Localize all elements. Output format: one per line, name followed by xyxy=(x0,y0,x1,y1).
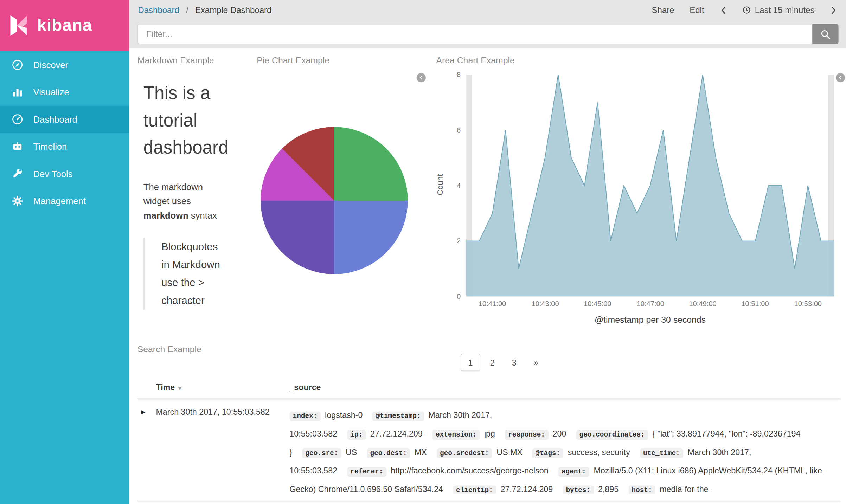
table-header: Time▾ _source xyxy=(137,375,841,399)
top-navbar: Dashboard / Example Dashboard Share Edit… xyxy=(129,0,846,20)
area-chart-plot[interactable] xyxy=(466,75,834,296)
sidebar-item-visualize[interactable]: Visualize xyxy=(0,78,129,106)
field-value: MX xyxy=(415,447,427,457)
compass-icon xyxy=(12,59,24,71)
share-button[interactable]: Share xyxy=(652,5,674,15)
search-panel-title: Search Example xyxy=(137,344,201,354)
sidebar-item-label: Timelion xyxy=(33,141,67,151)
field-key: agent: xyxy=(558,467,589,477)
chevron-left-icon xyxy=(720,6,726,14)
field-key: referer: xyxy=(347,467,386,477)
field-key: bytes: xyxy=(563,485,594,493)
table-row[interactable]: ▶March 30th 2017, 10:55:03.582index:logs… xyxy=(137,400,841,502)
filter-bar xyxy=(129,20,846,48)
markdown-panel-title: Markdown Example xyxy=(137,56,214,65)
field-key: extension: xyxy=(432,430,480,440)
search-button[interactable] xyxy=(812,24,838,44)
y-tick-label: 0 xyxy=(443,292,461,300)
markdown-blockquote: Blockquotes in Markdown use the > charac… xyxy=(143,238,224,310)
field-value: US xyxy=(346,447,357,457)
field-key: clientip: xyxy=(453,485,496,493)
kibana-logo[interactable]: kibana xyxy=(0,0,129,51)
filter-input[interactable] xyxy=(137,24,813,44)
time-forward-button[interactable] xyxy=(830,5,838,15)
page-2-button[interactable]: 2 xyxy=(482,354,502,371)
field-key: @timestamp: xyxy=(372,412,424,421)
field-key: @tags: xyxy=(532,448,563,458)
field-value: success, security xyxy=(568,447,630,457)
field-key: index: xyxy=(289,412,320,421)
source-column-header: _source xyxy=(289,382,321,392)
main-area: Dashboard / Example Dashboard Share Edit… xyxy=(129,0,846,48)
pagination: 123» xyxy=(461,354,546,371)
time-back-button[interactable] xyxy=(719,5,727,15)
x-tick-label: 10:51:00 xyxy=(736,300,774,308)
gauge-icon xyxy=(12,114,24,125)
timepicker-button[interactable]: Last 15 minutes xyxy=(742,5,814,15)
row-source: index:logstash-0@timestamp:March 30th 20… xyxy=(289,407,841,494)
edit-button[interactable]: Edit xyxy=(690,5,704,15)
table-row[interactable]: ▶March 30th 2017, 10:55:01.480index:logs… xyxy=(137,501,841,504)
pie-collapse-button[interactable] xyxy=(417,73,426,82)
field-key: geo.dest: xyxy=(367,448,410,458)
x-tick-label: 10:53:00 xyxy=(789,300,827,308)
robot-icon xyxy=(12,141,24,153)
sidebar-item-management[interactable]: Management xyxy=(0,187,129,215)
sidebar-item-dev-tools[interactable]: Dev Tools xyxy=(0,160,129,188)
x-axis-label: @timestamp per 30 seconds xyxy=(466,315,834,325)
page-title: Example Dashboard xyxy=(195,5,272,14)
dashboard-content: Markdown Example Pie Chart Example Area … xyxy=(129,48,846,504)
bar-chart-icon xyxy=(12,86,24,98)
area-chart-svg xyxy=(466,75,834,296)
top-actions: Share Edit Last 15 minutes xyxy=(652,5,838,15)
time-range-label: Last 15 minutes xyxy=(755,5,815,15)
kibana-logo-text: kibana xyxy=(37,16,92,35)
field-key: utc_time: xyxy=(640,448,683,458)
search-icon xyxy=(820,28,831,39)
collapse-chevron-icon xyxy=(419,75,424,80)
sidebar-item-timelion[interactable]: Timelion xyxy=(0,133,129,160)
x-tick-label: 10:49:00 xyxy=(684,300,722,308)
y-tick-label: 4 xyxy=(443,181,461,189)
breadcrumb-dashboard-link[interactable]: Dashboard xyxy=(138,5,179,14)
x-tick-label: 10:41:00 xyxy=(473,300,512,308)
field-key: geo.srcdest: xyxy=(437,448,492,458)
next-page-button[interactable]: » xyxy=(526,354,546,371)
sidebar-item-label: Visualize xyxy=(33,87,69,97)
markdown-paragraph: The markdown widget uses markdown syntax xyxy=(143,180,226,222)
field-value: 27.72.124.209 xyxy=(370,429,423,438)
field-value: http://facebook.com/success/george-nelso… xyxy=(391,466,549,475)
area-collapse-button[interactable] xyxy=(836,73,845,82)
field-value: US:MX xyxy=(496,447,523,457)
x-tick-label: 10:47:00 xyxy=(631,300,669,308)
time-column-header[interactable]: Time▾ xyxy=(156,382,289,392)
kibana-app: kibana DiscoverVisualizeDashboardTimelio… xyxy=(0,0,846,504)
field-key: host: xyxy=(628,485,655,493)
breadcrumb: Dashboard / Example Dashboard xyxy=(138,5,271,15)
pie-chart[interactable] xyxy=(261,127,408,274)
sidebar-item-label: Dashboard xyxy=(33,114,77,124)
expand-row-button[interactable]: ▶ xyxy=(137,407,156,494)
sidebar-item-label: Dev Tools xyxy=(33,169,73,179)
field-key: geo.src: xyxy=(302,448,341,458)
field-key: geo.coordinates: xyxy=(576,430,648,440)
field-value: logstash-0 xyxy=(325,411,363,420)
kibana-logo-icon xyxy=(6,13,31,38)
field-key: ip: xyxy=(347,430,366,440)
y-tick-label: 8 xyxy=(443,70,461,78)
wrench-icon xyxy=(12,168,24,180)
sidebar-item-label: Discover xyxy=(33,60,69,70)
markdown-heading: This is a tutorial dashboard xyxy=(143,79,255,161)
y-tick-label: 6 xyxy=(443,126,461,134)
field-value: 200 xyxy=(553,429,566,438)
gear-icon xyxy=(12,195,24,207)
page-1-button[interactable]: 1 xyxy=(461,354,480,371)
sidebar-item-discover[interactable]: Discover xyxy=(0,51,129,79)
row-time: March 30th 2017, 10:55:03.582 xyxy=(156,407,289,494)
sidebar-nav: DiscoverVisualizeDashboardTimelionDev To… xyxy=(0,51,129,215)
page-3-button[interactable]: 3 xyxy=(504,354,524,371)
clock-icon xyxy=(742,6,750,14)
breadcrumb-separator: / xyxy=(186,5,188,14)
area-panel-title: Area Chart Example xyxy=(436,56,514,65)
sidebar-item-dashboard[interactable]: Dashboard xyxy=(0,106,129,133)
